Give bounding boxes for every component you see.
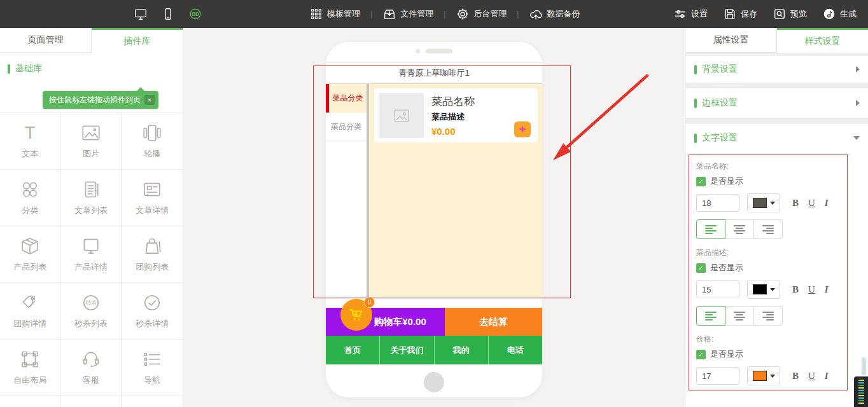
plugin-form[interactable]: 表单	[61, 396, 122, 407]
setting-group-price: 价格: ✓ 是否显示 B U I	[696, 334, 840, 385]
plugin-customer-service[interactable]: 客服	[61, 340, 122, 396]
plugin-grid: T 文本 图片 轮播 分类	[0, 113, 183, 407]
scrollbar-stripes	[858, 380, 864, 404]
menu-data-backup[interactable]: 数据备份	[529, 7, 580, 21]
plugin-carousel[interactable]: 轮播	[122, 113, 183, 170]
show-toggle-row: ✓ 是否显示	[696, 176, 840, 187]
canvas-workspace: 青青原上草咖啡厅1 菜品分类 菜品分类 菜品名称 菜品描述	[183, 28, 685, 407]
font-color-select[interactable]	[747, 280, 780, 299]
category-icon	[20, 179, 40, 200]
caret-down-icon	[770, 202, 775, 205]
italic-button[interactable]: I	[825, 371, 829, 382]
cart-fab-button[interactable]: 0	[340, 299, 372, 331]
underline-button[interactable]: U	[808, 198, 815, 209]
text-settings-header[interactable]: 文字设置	[685, 124, 868, 152]
checkout-button[interactable]: 去结算	[445, 308, 542, 336]
checkbox-checked-icon[interactable]: ✓	[696, 177, 706, 186]
chevron-right-icon	[856, 100, 860, 106]
color-swatch	[753, 198, 767, 208]
italic-button[interactable]: I	[825, 198, 829, 209]
mobile-preview-icon[interactable]	[161, 7, 175, 21]
plugin-product-list[interactable]: 产品列表	[0, 226, 61, 283]
plugin-article-list[interactable]: 文章列表	[61, 170, 122, 226]
preview-button[interactable]: 预览	[773, 7, 807, 21]
tab-attribute-settings[interactable]: 属性设置	[685, 28, 777, 53]
cloud-upload-icon	[529, 7, 543, 21]
groupbuy-list-icon	[142, 236, 162, 256]
bold-button[interactable]: B	[792, 284, 799, 295]
section-text-settings: 文字设置 菜品名称: ✓ 是否显示	[685, 124, 868, 407]
plugin-product-detail[interactable]: 产品详情	[61, 226, 122, 283]
nav-item-mine[interactable]: 我的	[434, 336, 488, 364]
tooltip-close-icon[interactable]: ×	[144, 95, 155, 105]
underline-button[interactable]: U	[808, 371, 815, 382]
desktop-preview-icon[interactable]	[134, 7, 148, 21]
tooltip-text: 按住鼠标左键拖动插件到页	[49, 95, 141, 106]
phone-speaker	[326, 49, 542, 53]
left-panel: 页面管理 插件库 基础库 按住鼠标左键拖动插件到页 × T 文本 图片	[0, 28, 183, 407]
plugin-image[interactable]: 图片	[61, 113, 122, 170]
plugin-video[interactable]: 视频	[122, 396, 183, 407]
nav-item-phone[interactable]: 电话	[488, 336, 542, 364]
settings-button[interactable]: 设置	[673, 7, 708, 21]
plugin-groupbuy-detail[interactable]: 团购详情	[0, 283, 61, 340]
checkbox-checked-icon[interactable]: ✓	[696, 263, 706, 273]
background-settings-header[interactable]: 背景设置	[685, 56, 868, 83]
topbar-menu: 模板管理 | 文件管理 | 后台管理 | 数据备份	[309, 7, 580, 21]
align-left-button[interactable]	[696, 219, 725, 239]
field-label: 价格:	[696, 334, 840, 345]
tab-plugin-library[interactable]: 插件库	[92, 28, 183, 53]
nav-item-home[interactable]: 首页	[326, 336, 379, 364]
font-color-select[interactable]	[747, 366, 780, 385]
selected-widget-outline[interactable]	[313, 66, 571, 298]
align-right-icon	[762, 225, 774, 234]
bold-button[interactable]: B	[792, 371, 799, 382]
tab-style-settings[interactable]: 样式设置	[777, 28, 868, 53]
menu-file-manage[interactable]: 文件管理	[382, 7, 433, 21]
color-swatch	[753, 284, 767, 294]
align-right-button[interactable]	[753, 306, 783, 326]
font-size-input[interactable]	[696, 367, 739, 385]
align-center-button[interactable]	[725, 306, 754, 326]
alignment-button-group	[696, 219, 840, 239]
drag-hint-tooltip: 按住鼠标左键拖动插件到页 ×	[43, 91, 158, 109]
align-center-button[interactable]	[725, 219, 754, 239]
checkbox-checked-icon[interactable]: ✓	[696, 350, 706, 359]
plugin-map[interactable]: 地图	[0, 396, 61, 407]
plugin-groupbuy-list[interactable]: 团购列表	[122, 226, 183, 283]
plugin-category[interactable]: 分类	[0, 170, 61, 226]
menu-backend-manage[interactable]: 后台管理	[456, 7, 507, 21]
italic-button[interactable]: I	[825, 284, 829, 295]
save-button[interactable]: 保存	[723, 7, 757, 21]
page-scrollbar-thumb[interactable]	[854, 376, 868, 407]
right-panel-tabs: 属性设置 样式设置	[685, 28, 868, 53]
bold-button[interactable]: B	[792, 198, 799, 209]
plugin-free-layout[interactable]: 自由布局	[0, 340, 61, 396]
font-color-select[interactable]	[747, 193, 780, 212]
section-background-settings: 背景设置	[685, 56, 868, 83]
menu-template-manage[interactable]: 模板管理	[309, 7, 360, 21]
align-left-button[interactable]	[696, 306, 725, 326]
device-switcher	[134, 7, 202, 21]
align-center-icon	[734, 312, 745, 321]
plugin-seckill-detail[interactable]: 秒杀详情	[122, 283, 183, 340]
text-settings-highlighted-group: 菜品名称: ✓ 是否显示 B U I	[689, 155, 848, 390]
align-left-icon	[705, 312, 717, 321]
font-size-input[interactable]	[696, 280, 739, 298]
nav-item-about[interactable]: 关于我们	[379, 336, 433, 364]
section-accent-bar	[694, 99, 697, 108]
tab-page-manage[interactable]: 页面管理	[0, 28, 92, 53]
plugin-navigation[interactable]: 导航	[122, 340, 183, 396]
plugin-seckill-list[interactable]: 秒杀 秒杀列表	[61, 283, 122, 340]
link-icon[interactable]	[188, 7, 202, 21]
underline-button[interactable]: U	[808, 284, 815, 295]
align-right-button[interactable]	[753, 219, 783, 239]
section-accent-bar	[694, 134, 697, 143]
plugin-article-detail[interactable]: 文章详情	[122, 170, 183, 226]
generate-button[interactable]: 生成	[822, 7, 857, 21]
panel-scrollbar-track[interactable]	[862, 357, 866, 375]
font-controls-row: B U I	[696, 193, 840, 212]
font-size-input[interactable]	[696, 194, 739, 212]
plugin-text[interactable]: T 文本	[0, 113, 61, 170]
border-settings-header[interactable]: 边框设置	[685, 88, 868, 118]
